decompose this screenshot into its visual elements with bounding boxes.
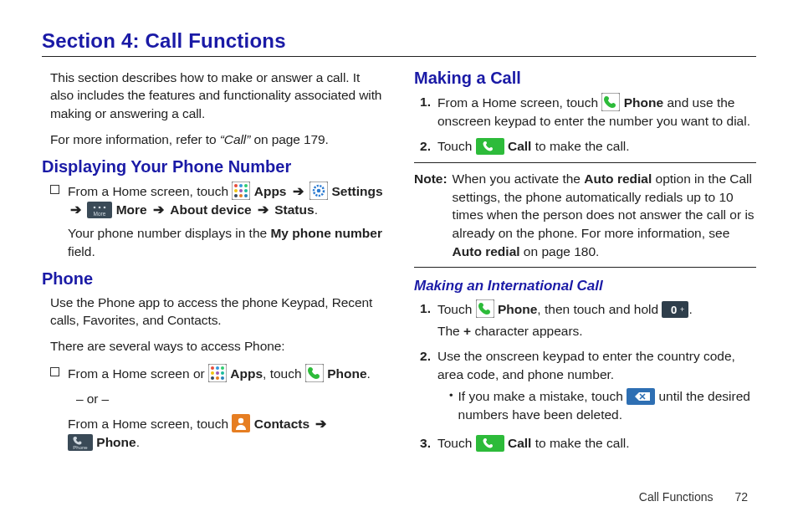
heading-intl-call: Making an International Call (414, 278, 756, 294)
apps-label: Apps (230, 366, 263, 381)
text: From a Home screen, touch (68, 417, 232, 431)
intro-paragraph: This section describes how to make or an… (50, 69, 384, 122)
text: to make the call. (531, 139, 629, 153)
settings-label: Settings (331, 184, 382, 198)
text: When you activate the (453, 171, 585, 186)
call-button-icon (476, 435, 504, 452)
square-bullet-icon (50, 185, 59, 194)
text: , then touch and hold (537, 302, 662, 316)
step-number: 1. (414, 93, 431, 130)
apps-icon (232, 182, 250, 200)
intl-call-steps: 1. Touch Phone, then touch and hold . Th… (414, 299, 756, 452)
square-bullet-icon (50, 367, 59, 376)
section-title: Section 4: Call Functions (42, 29, 756, 53)
text: on page 180. (520, 244, 600, 258)
text: to make the call. (531, 436, 629, 450)
step: 3. Touch Call to make the call. (414, 434, 756, 453)
call-label: Call (508, 139, 531, 153)
period: . (315, 202, 318, 217)
text: From a Home screen, touch (437, 95, 601, 110)
step-number: 2. (414, 347, 431, 427)
text: Use the onscreen keypad to enter the cou… (437, 349, 735, 381)
period: . (367, 366, 371, 381)
step: 2. Touch Call to make the call. (414, 137, 756, 156)
phone-desc: Use the Phone app to access the phone Ke… (50, 294, 384, 330)
text: If you make a mistake, touch (458, 389, 627, 403)
backspace-icon (627, 388, 655, 405)
phone-label: Phone (327, 366, 366, 381)
call-button-icon (476, 138, 504, 155)
step-number: 1. (414, 299, 431, 340)
period: . (136, 435, 140, 449)
arrow-icon: ➔ (68, 202, 84, 217)
footer-section-label: Call Functions (639, 490, 714, 504)
sub-bullet: • If you make a mistake, touch until the… (449, 387, 756, 423)
my-phone-number-label: My phone number (270, 226, 381, 240)
more-tab-icon (87, 202, 112, 218)
right-column: Making a Call 1. From a Home screen, tou… (414, 69, 756, 459)
phone-label: Phone (624, 95, 663, 110)
note-box: Note: When you activate the Auto redial … (414, 162, 756, 268)
settings-icon (309, 182, 328, 200)
phone-icon (601, 93, 620, 111)
call-label: Call (508, 436, 531, 450)
arrow-icon: ➔ (313, 417, 329, 431)
bullet-item: From a Home screen or Apps, touch Phone.… (50, 364, 384, 452)
text: For more information, refer to (50, 132, 220, 146)
more-label: More (116, 202, 147, 217)
plus-label: + (463, 324, 471, 338)
phone-tab-icon (68, 434, 93, 451)
arrow-icon: ➔ (255, 202, 271, 217)
text: character appears. (471, 324, 583, 338)
text: on page 179. (250, 132, 329, 146)
text: The (437, 324, 463, 338)
heading-phone: Phone (42, 269, 384, 289)
auto-redial-label: Auto redial (584, 171, 652, 186)
zero-plus-key-icon (662, 301, 688, 318)
step-number: 2. (414, 137, 431, 156)
text: Touch (437, 436, 476, 450)
note-body: When you activate the Auto redial option… (453, 170, 756, 260)
apps-icon (208, 364, 227, 382)
text: Touch (437, 139, 476, 153)
text: From a Home screen, touch (68, 184, 232, 198)
contacts-icon (232, 414, 250, 432)
call-ref: “Call” (220, 132, 250, 146)
phone-icon (305, 364, 324, 382)
phone-ways: There are several ways to access Phone: (50, 337, 384, 355)
heading-displaying-number: Displaying Your Phone Number (42, 157, 384, 176)
step-number: 3. (414, 434, 431, 453)
about-device-label: About device (170, 202, 251, 217)
text: Your phone number displays in the (68, 226, 270, 240)
contacts-label: Contacts (254, 417, 309, 431)
making-call-steps: 1. From a Home screen, touch Phone and u… (414, 93, 756, 156)
period: . (688, 302, 692, 316)
text: From a Home screen or (68, 366, 208, 381)
step: 2. Use the onscreen keypad to enter the … (414, 347, 756, 427)
text: , touch (263, 366, 305, 381)
note-lead: Note: (414, 170, 448, 260)
step: 1. Touch Phone, then touch and hold . Th… (414, 299, 756, 340)
or-divider: – or – (76, 390, 384, 407)
bullet-dot-icon: • (449, 387, 453, 423)
text: field. (68, 244, 95, 258)
arrow-icon: ➔ (290, 184, 306, 198)
title-rule (42, 56, 756, 57)
heading-making-call: Making a Call (414, 69, 756, 88)
text: Touch (437, 302, 476, 316)
phone-label: Phone (96, 435, 136, 449)
status-label: Status (274, 202, 314, 217)
bullet-item: From a Home screen, touch Apps ➔ Setting… (50, 182, 384, 261)
page-footer: Call Functions 72 (639, 490, 748, 504)
phone-icon (476, 299, 494, 318)
apps-label: Apps (254, 184, 287, 198)
phone-label: Phone (498, 302, 537, 316)
arrow-icon: ➔ (151, 202, 166, 217)
intro-ref: For more information, refer to “Call” on… (50, 130, 384, 148)
step: 1. From a Home screen, touch Phone and u… (414, 93, 756, 130)
page-number: 72 (734, 490, 748, 504)
left-column: This section describes how to make or an… (42, 69, 384, 459)
auto-redial-label: Auto redial (453, 244, 520, 258)
